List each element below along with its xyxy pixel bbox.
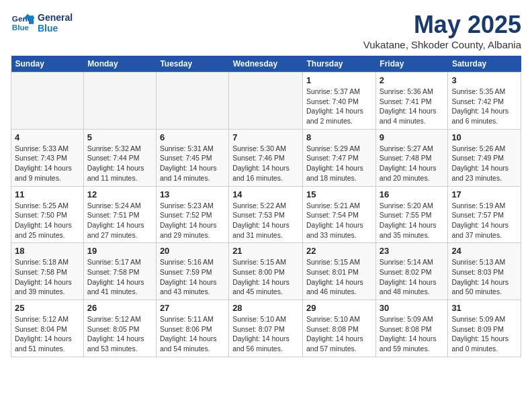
calendar-cell: 27Sunrise: 5:11 AMSunset: 8:06 PMDayligh…: [156, 300, 228, 357]
page-header: General Blue General Blue May 2025 Vukat…: [11, 11, 521, 50]
logo-general: General: [38, 12, 73, 23]
cell-info: Sunrise: 5:33 AMSunset: 7:43 PMDaylight:…: [15, 144, 80, 183]
day-header-thursday: Thursday: [303, 56, 376, 73]
calendar-cell: 12Sunrise: 5:24 AMSunset: 7:51 PMDayligh…: [83, 186, 156, 243]
calendar-week-row: 1Sunrise: 5:37 AMSunset: 7:40 PMDaylight…: [11, 73, 521, 130]
cell-info: Sunrise: 5:23 AMSunset: 7:52 PMDaylight:…: [160, 201, 225, 240]
day-number: 20: [160, 246, 225, 256]
calendar-cell: [156, 73, 228, 130]
calendar-week-row: 11Sunrise: 5:25 AMSunset: 7:50 PMDayligh…: [11, 186, 521, 243]
calendar-cell: 26Sunrise: 5:12 AMSunset: 8:05 PMDayligh…: [83, 300, 156, 357]
cell-info: Sunrise: 5:37 AMSunset: 7:40 PMDaylight:…: [306, 87, 372, 126]
day-number: 14: [232, 189, 299, 199]
cell-info: Sunrise: 5:15 AMSunset: 8:01 PMDaylight:…: [306, 257, 372, 297]
calendar-header-row: SundayMondayTuesdayWednesdayThursdayFrid…: [11, 56, 521, 73]
cell-info: Sunrise: 5:24 AMSunset: 7:51 PMDaylight:…: [87, 201, 152, 240]
calendar-week-row: 18Sunrise: 5:18 AMSunset: 7:58 PMDayligh…: [11, 243, 521, 300]
cell-info: Sunrise: 5:29 AMSunset: 7:47 PMDaylight:…: [306, 144, 372, 183]
day-number: 24: [451, 246, 517, 256]
cell-info: Sunrise: 5:32 AMSunset: 7:44 PMDaylight:…: [87, 144, 152, 183]
calendar-cell: 15Sunrise: 5:21 AMSunset: 7:54 PMDayligh…: [303, 186, 376, 243]
cell-info: Sunrise: 5:35 AMSunset: 7:42 PMDaylight:…: [451, 87, 517, 126]
day-header-monday: Monday: [83, 56, 156, 73]
calendar-cell: 10Sunrise: 5:26 AMSunset: 7:49 PMDayligh…: [448, 129, 521, 186]
cell-info: Sunrise: 5:21 AMSunset: 7:54 PMDaylight:…: [306, 201, 372, 240]
day-number: 16: [380, 189, 445, 199]
calendar-cell: 13Sunrise: 5:23 AMSunset: 7:52 PMDayligh…: [156, 186, 228, 243]
day-number: 3: [451, 75, 517, 85]
logo-blue: Blue: [38, 23, 73, 34]
calendar-cell: 22Sunrise: 5:15 AMSunset: 8:01 PMDayligh…: [303, 243, 376, 300]
location-title: Vukatane, Shkoder County, Albania: [363, 39, 521, 50]
calendar-cell: 8Sunrise: 5:29 AMSunset: 7:47 PMDaylight…: [303, 129, 376, 186]
calendar-cell: 2Sunrise: 5:36 AMSunset: 7:41 PMDaylight…: [375, 73, 448, 130]
cell-info: Sunrise: 5:30 AMSunset: 7:46 PMDaylight:…: [232, 144, 299, 183]
calendar-cell: 3Sunrise: 5:35 AMSunset: 7:42 PMDaylight…: [448, 73, 521, 130]
cell-info: Sunrise: 5:27 AMSunset: 7:48 PMDaylight:…: [380, 144, 445, 183]
day-number: 9: [380, 132, 445, 142]
cell-info: Sunrise: 5:16 AMSunset: 7:59 PMDaylight:…: [160, 257, 225, 297]
cell-info: Sunrise: 5:09 AMSunset: 8:08 PMDaylight:…: [380, 314, 445, 354]
calendar-cell: [229, 73, 303, 130]
cell-info: Sunrise: 5:18 AMSunset: 7:58 PMDaylight:…: [15, 257, 80, 297]
day-header-sunday: Sunday: [11, 56, 84, 73]
day-header-tuesday: Tuesday: [156, 56, 228, 73]
cell-info: Sunrise: 5:22 AMSunset: 7:53 PMDaylight:…: [232, 201, 299, 240]
cell-info: Sunrise: 5:11 AMSunset: 8:06 PMDaylight:…: [160, 314, 225, 354]
calendar-cell: [83, 73, 156, 130]
day-number: 4: [15, 132, 80, 142]
day-number: 17: [451, 189, 517, 199]
calendar-cell: 21Sunrise: 5:15 AMSunset: 8:00 PMDayligh…: [229, 243, 303, 300]
day-number: 5: [87, 132, 152, 142]
day-number: 28: [232, 303, 299, 313]
day-number: 13: [160, 189, 225, 199]
calendar-week-row: 25Sunrise: 5:12 AMSunset: 8:04 PMDayligh…: [11, 300, 521, 357]
day-number: 11: [15, 189, 80, 199]
calendar-cell: 28Sunrise: 5:10 AMSunset: 8:07 PMDayligh…: [229, 300, 303, 357]
calendar-cell: 6Sunrise: 5:31 AMSunset: 7:45 PMDaylight…: [156, 129, 228, 186]
cell-info: Sunrise: 5:12 AMSunset: 8:05 PMDaylight:…: [87, 314, 152, 354]
day-number: 7: [232, 132, 299, 142]
svg-text:Blue: Blue: [12, 23, 30, 32]
day-number: 22: [306, 246, 372, 256]
cell-info: Sunrise: 5:20 AMSunset: 7:55 PMDaylight:…: [380, 201, 445, 240]
calendar-cell: 4Sunrise: 5:33 AMSunset: 7:43 PMDaylight…: [11, 129, 84, 186]
day-header-friday: Friday: [375, 56, 448, 73]
cell-info: Sunrise: 5:12 AMSunset: 8:04 PMDaylight:…: [15, 314, 80, 354]
calendar-cell: 17Sunrise: 5:19 AMSunset: 7:57 PMDayligh…: [448, 186, 521, 243]
day-number: 15: [306, 189, 372, 199]
calendar-cell: 18Sunrise: 5:18 AMSunset: 7:58 PMDayligh…: [11, 243, 84, 300]
day-number: 19: [87, 246, 152, 256]
logo: General Blue General Blue: [11, 11, 73, 35]
cell-info: Sunrise: 5:15 AMSunset: 8:00 PMDaylight:…: [232, 257, 299, 297]
calendar-cell: 1Sunrise: 5:37 AMSunset: 7:40 PMDaylight…: [303, 73, 376, 130]
day-number: 27: [160, 303, 225, 313]
cell-info: Sunrise: 5:10 AMSunset: 8:07 PMDaylight:…: [232, 314, 299, 354]
day-number: 12: [87, 189, 152, 199]
day-number: 10: [451, 132, 517, 142]
cell-info: Sunrise: 5:26 AMSunset: 7:49 PMDaylight:…: [451, 144, 517, 183]
cell-info: Sunrise: 5:17 AMSunset: 7:58 PMDaylight:…: [87, 257, 152, 297]
calendar-cell: 14Sunrise: 5:22 AMSunset: 7:53 PMDayligh…: [229, 186, 303, 243]
cell-info: Sunrise: 5:14 AMSunset: 8:02 PMDaylight:…: [380, 257, 445, 297]
calendar-cell: 16Sunrise: 5:20 AMSunset: 7:55 PMDayligh…: [375, 186, 448, 243]
calendar-cell: 20Sunrise: 5:16 AMSunset: 7:59 PMDayligh…: [156, 243, 228, 300]
day-number: 30: [380, 303, 445, 313]
calendar-cell: 23Sunrise: 5:14 AMSunset: 8:02 PMDayligh…: [375, 243, 448, 300]
day-number: 2: [380, 75, 445, 85]
calendar-cell: 7Sunrise: 5:30 AMSunset: 7:46 PMDaylight…: [229, 129, 303, 186]
cell-info: Sunrise: 5:25 AMSunset: 7:50 PMDaylight:…: [15, 201, 80, 240]
title-area: May 2025 Vukatane, Shkoder County, Alban…: [363, 11, 521, 50]
calendar-table: SundayMondayTuesdayWednesdayThursdayFrid…: [11, 56, 521, 357]
day-number: 1: [306, 75, 372, 85]
calendar-cell: [11, 73, 84, 130]
calendar-cell: 19Sunrise: 5:17 AMSunset: 7:58 PMDayligh…: [83, 243, 156, 300]
calendar-cell: 11Sunrise: 5:25 AMSunset: 7:50 PMDayligh…: [11, 186, 84, 243]
day-number: 21: [232, 246, 299, 256]
calendar-cell: 31Sunrise: 5:09 AMSunset: 8:09 PMDayligh…: [448, 300, 521, 357]
day-header-wednesday: Wednesday: [229, 56, 303, 73]
cell-info: Sunrise: 5:10 AMSunset: 8:08 PMDaylight:…: [306, 314, 372, 354]
day-number: 29: [306, 303, 372, 313]
day-number: 25: [15, 303, 80, 313]
calendar-cell: 24Sunrise: 5:13 AMSunset: 8:03 PMDayligh…: [448, 243, 521, 300]
